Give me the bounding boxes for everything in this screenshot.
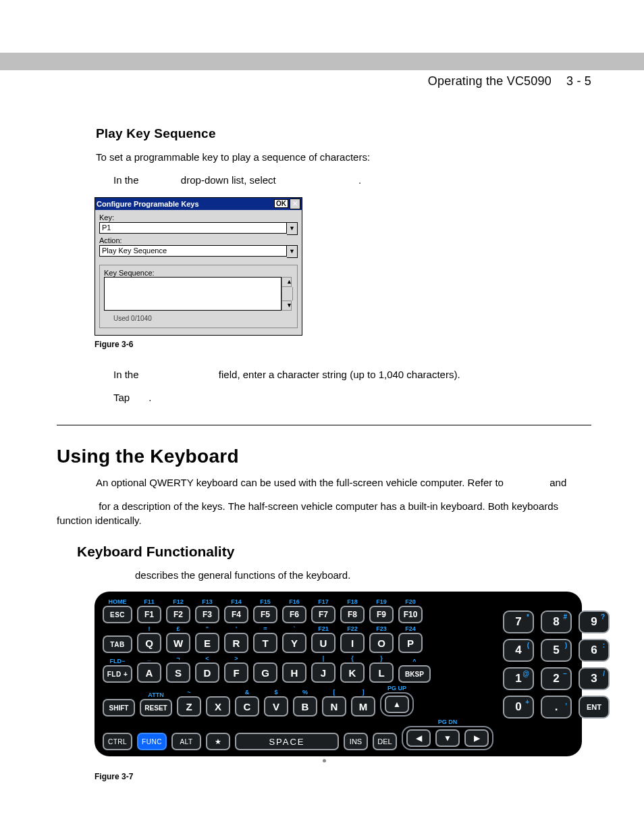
ins-key[interactable]: INS (344, 733, 368, 750)
r3-bksp-key[interactable]: BKSP (398, 665, 431, 683)
numpad-4-key[interactable]: 4( (503, 639, 534, 662)
r4-m-key[interactable]: M (351, 696, 375, 716)
r2-e-key[interactable]: E (195, 633, 219, 653)
r2-r-key[interactable]: R (224, 633, 248, 653)
close-icon[interactable]: ✕ (290, 199, 300, 209)
section-play-key-sequence: Play Key Sequence (96, 126, 591, 141)
ok-button[interactable]: OK (274, 199, 288, 208)
r2-tab-key[interactable]: TAB (103, 635, 132, 653)
r2-o-key[interactable]: O (369, 633, 394, 653)
r1-esc-key[interactable]: ESC (103, 606, 132, 623)
numpad-1-key[interactable]: 1@ (503, 667, 534, 690)
r3-f-key[interactable]: F (224, 662, 248, 683)
key-sequence-textarea[interactable] (104, 277, 281, 311)
numpad-2-key[interactable]: 2− (541, 667, 572, 690)
numpad-6-key[interactable]: 6: (579, 639, 610, 662)
r4-b-key[interactable]: B (293, 696, 317, 716)
ctrl-key[interactable]: CTRL (103, 733, 132, 750)
space-key[interactable]: SPACE (235, 733, 339, 750)
arrow-down-key[interactable]: ▼ (435, 729, 460, 747)
key-top-label: F15 (253, 598, 277, 605)
arrow-left-key[interactable]: ◀ (406, 729, 431, 747)
key-top-label: F22 (340, 625, 365, 632)
numpad-5-key[interactable]: 5) (541, 639, 572, 662)
r3-fld-key[interactable]: FLD + (103, 665, 132, 683)
r2-w-key[interactable]: W (166, 633, 190, 653)
key-top-label: ^ (400, 658, 429, 664)
r1-f8-key[interactable]: F8 (340, 606, 365, 623)
numpad-ent-key[interactable]: ENT (579, 696, 610, 719)
r1-f6-key[interactable]: F6 (282, 606, 306, 623)
r1-f3-key[interactable]: F3 (195, 606, 219, 623)
key-top-label: F11 (137, 598, 161, 605)
r2-p-key[interactable]: P (398, 633, 423, 653)
r4-z-key[interactable]: Z (177, 696, 201, 716)
star-key[interactable]: ★ (206, 733, 230, 750)
figure-3-7-caption: Figure 3-7 (95, 772, 591, 781)
numpad-.-key[interactable]: ., (541, 696, 572, 719)
key-top-label: ¬ (166, 655, 190, 662)
key-top-label: F16 (282, 598, 306, 605)
numpad-0-key[interactable]: 0+ (503, 696, 534, 719)
del-key[interactable]: DEL (373, 733, 397, 750)
key-top-label: F14 (224, 598, 248, 605)
step-1: In the drop-down list, select . (113, 174, 591, 187)
numpad-8-key[interactable]: 8# (541, 610, 572, 633)
func-key[interactable]: FUNC (137, 733, 167, 750)
intro-text: To set a programmable key to play a sequ… (96, 151, 591, 164)
page-number: 3 - 5 (566, 74, 591, 88)
r1-f7-key[interactable]: F7 (311, 606, 336, 623)
chevron-down-icon[interactable]: ▼ (287, 222, 298, 235)
key-top-label: [ (322, 689, 346, 696)
r3-g-key[interactable]: G (253, 662, 277, 683)
r1-f1-key[interactable]: F1 (137, 606, 161, 623)
r2-q-key[interactable]: Q (137, 633, 161, 653)
r1-f9-key[interactable]: F9 (369, 606, 394, 623)
key-top-label: PG UP (385, 685, 409, 692)
numpad-7-key[interactable]: 7* (503, 610, 534, 633)
r3-d-key[interactable]: D (195, 662, 219, 683)
key-top-label: F17 (311, 598, 336, 605)
chevron-down-icon[interactable]: ▼ (287, 245, 298, 258)
scroll-up-icon[interactable]: ▲ (281, 277, 292, 287)
r4-c-key[interactable]: C (235, 696, 259, 716)
r1-f2-key[interactable]: F2 (166, 606, 190, 623)
arrow-right-key[interactable]: ▶ (464, 729, 489, 747)
keyboard-led-icon (323, 759, 326, 762)
key-top-label: F20 (398, 598, 423, 605)
r1-f10-key[interactable]: F10 (398, 606, 423, 623)
r3-j-key[interactable]: J (311, 662, 336, 683)
numpad-9-key[interactable]: 9? (579, 610, 610, 633)
key-top-label: HOME (103, 598, 132, 605)
r2-u-key[interactable]: U (311, 633, 336, 653)
r3-l-key[interactable]: L (369, 662, 394, 683)
r3-s-key[interactable]: S (166, 662, 190, 683)
step-2: In the field, enter a character string (… (113, 368, 591, 382)
r4-x-key[interactable]: X (206, 696, 230, 716)
key-dropdown[interactable] (99, 222, 287, 234)
r3-k-key[interactable]: K (340, 662, 365, 683)
action-label: Action: (99, 236, 298, 244)
r1-f5-key[interactable]: F5 (253, 606, 277, 623)
r2-i-key[interactable]: I (340, 633, 365, 653)
r3-h-key[interactable]: H (282, 662, 306, 683)
numpad-3-key[interactable]: 3/ (579, 667, 610, 690)
scroll-down-icon[interactable]: ▼ (281, 301, 292, 311)
r1-f4-key[interactable]: F4 (224, 606, 248, 623)
dialog-title: Configure Programable Keys (97, 200, 274, 208)
r4-v-key[interactable]: V (264, 696, 288, 716)
action-dropdown[interactable] (99, 245, 287, 257)
scrollbar-rail[interactable] (281, 287, 293, 301)
r4-shift-key[interactable]: SHIFT (103, 699, 135, 716)
arrow-up-key[interactable]: ▲ (385, 696, 409, 713)
alt-key[interactable]: ALT (171, 733, 201, 750)
r4-n-key[interactable]: N (322, 696, 346, 716)
keyboard-intro: An optional QWERTY keyboard can be used … (96, 475, 591, 490)
key-top-label: { (340, 655, 365, 662)
key-top-label: & (235, 689, 259, 696)
r4-reset-key[interactable]: RESET (140, 699, 172, 716)
r2-t-key[interactable]: T (253, 633, 277, 653)
used-counter: Used 0/1040 (113, 315, 293, 322)
r3-a-key[interactable]: A (137, 662, 161, 683)
r2-y-key[interactable]: Y (282, 633, 306, 653)
